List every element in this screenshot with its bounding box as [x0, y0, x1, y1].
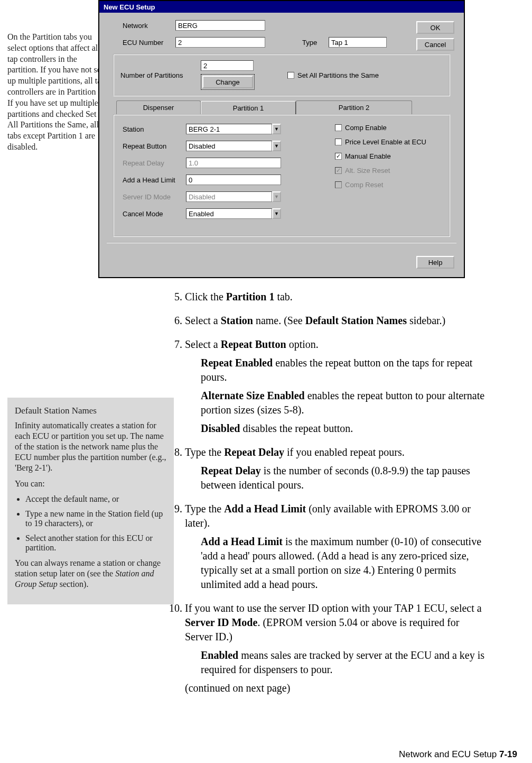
step-8: Type the Repeat Delay if you enabled rep…: [185, 445, 486, 492]
comp-enable-label: Comp Enable: [345, 124, 387, 132]
instruction-list: Click the Partition 1 tab. Select a Stat…: [164, 290, 486, 705]
sidebar-bullet-1: Accept the default name, or: [25, 494, 166, 504]
sidebar-bullet-2: Type a new name in the Station field (up…: [25, 509, 166, 528]
tab-partition-1[interactable]: Partition 1: [201, 101, 296, 115]
partition-note: On the Partition tabs you select options…: [7, 32, 108, 153]
add-head-label: Add a Head Limit: [123, 176, 186, 184]
ecu-number-label: ECU Number: [123, 39, 175, 47]
default-station-names-sidebar: Default Station Names Infinity automatic…: [7, 398, 174, 604]
cancel-mode-label: Cancel Mode: [123, 210, 186, 218]
chevron-down-icon[interactable]: ▼: [272, 208, 281, 219]
type-label: Type: [302, 39, 329, 47]
tab-partition-2[interactable]: Partition 2: [296, 100, 412, 114]
step-10: If you want to use the server ID option …: [185, 601, 486, 695]
network-field[interactable]: BERG: [175, 20, 265, 31]
step-9: Type the Add a Head Limit (only availabl…: [185, 502, 486, 592]
chevron-down-icon: ▼: [272, 191, 281, 202]
type-field[interactable]: Tap 1: [329, 37, 387, 48]
dialog-titlebar: New ECU Setup: [99, 1, 464, 13]
repeat-button-label: Repeat Button: [123, 142, 186, 150]
statusbar: [107, 242, 456, 254]
server-id-label: Server ID Mode: [123, 193, 186, 201]
help-button[interactable]: Help: [416, 256, 454, 269]
station-label: Station: [123, 125, 186, 133]
cancel-mode-select[interactable]: Enabled: [186, 208, 272, 219]
set-all-checkbox[interactable]: [287, 72, 294, 79]
repeat-delay-label: Repeat Delay: [123, 159, 186, 167]
step-6: Select a Station name. (See Default Stat…: [185, 314, 486, 328]
manual-enable-checkbox[interactable]: ✓: [335, 153, 342, 160]
sidebar-bullet-3: Select another station for this ECU or p…: [25, 534, 166, 553]
sidebar-p1: Infinity automatically creates a station…: [15, 420, 166, 473]
chevron-down-icon[interactable]: ▼: [272, 141, 281, 151]
tab-dispenser[interactable]: Dispenser: [116, 100, 201, 114]
step-7: Select a Repeat Button option. Repeat En…: [185, 337, 486, 436]
repeat-delay-field: 1.0: [186, 158, 281, 168]
chevron-down-icon[interactable]: ▼: [272, 124, 281, 134]
price-level-checkbox[interactable]: [335, 139, 342, 145]
comp-enable-checkbox[interactable]: [335, 124, 342, 131]
station-select[interactable]: BERG 2-1: [186, 124, 272, 134]
sidebar-p2: You can:: [15, 479, 166, 489]
comp-reset-checkbox: [335, 181, 342, 188]
partition-1-panel: Station BERG 2-1 ▼ Repeat Button Disable…: [113, 114, 450, 237]
ok-button[interactable]: OK: [416, 21, 454, 34]
alt-size-reset-checkbox: ✓: [335, 167, 342, 174]
price-level-label: Price Level Enable at ECU: [345, 138, 426, 146]
sidebar-title: Default Station Names: [15, 405, 166, 416]
server-id-select: Disabled: [186, 191, 272, 202]
comp-reset-label: Comp Reset: [345, 181, 383, 189]
cancel-button[interactable]: Cancel: [416, 38, 454, 51]
set-all-label: Set All Partitions the Same: [297, 71, 379, 79]
page-footer: Network and ECU Setup 7-19: [399, 749, 517, 760]
ecu-number-field[interactable]: 2: [175, 37, 265, 48]
step-5: Click the Partition 1 tab.: [185, 290, 486, 304]
alt-size-reset-label: Alt. Size Reset: [345, 167, 390, 174]
partitions-label: Number of Partitions: [120, 71, 194, 79]
new-ecu-setup-dialog: New ECU Setup OK Cancel Network BERG ECU…: [98, 0, 465, 278]
change-button[interactable]: Change: [202, 76, 253, 88]
repeat-button-select[interactable]: Disabled: [186, 141, 272, 151]
manual-enable-label: Manual Enable: [345, 152, 391, 160]
sidebar-p3: You can always rename a station or chang…: [15, 558, 166, 590]
add-head-field[interactable]: 0: [186, 174, 281, 185]
network-label: Network: [123, 22, 175, 30]
partitions-field[interactable]: 2: [201, 60, 254, 71]
